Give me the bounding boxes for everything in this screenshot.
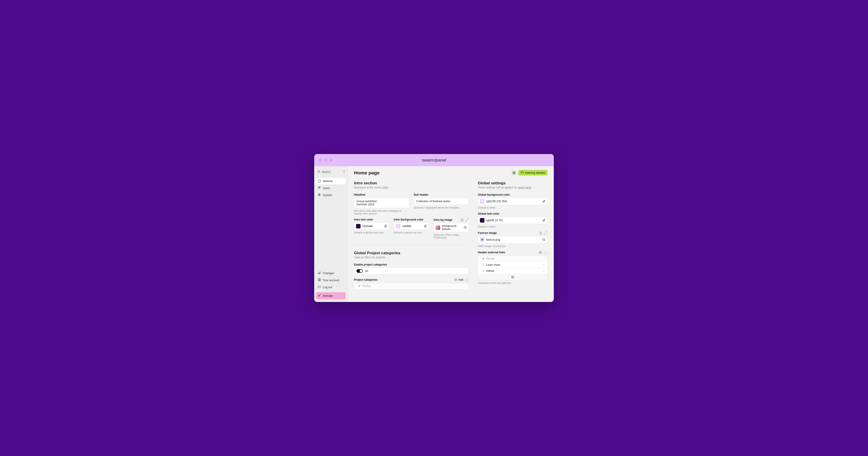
sidebar-search[interactable]: Search	[316, 169, 346, 175]
more-icon[interactable]: ⋯	[544, 251, 548, 254]
add-row-button[interactable]	[478, 274, 547, 280]
sidebar-item-account[interactable]: Your account	[316, 277, 346, 283]
sidebar-bottom: Changes Your account Log out Activate	[316, 270, 346, 299]
row-more-icon[interactable]: ⋯	[542, 263, 545, 266]
pencil-icon	[318, 271, 321, 275]
svg-point-13	[318, 295, 319, 296]
intro-text-color-input[interactable]: #2e0a4b	[354, 223, 389, 230]
section-subtitle: Displayed at the Home page	[354, 186, 469, 189]
sidebar-item-changes[interactable]: Changes	[316, 270, 346, 277]
categories-section: Global Project categories Used as filter…	[354, 251, 469, 289]
table-row[interactable]: 2 Github ⋯	[478, 268, 547, 274]
edit-icon[interactable]	[542, 219, 546, 222]
intro-bg-color-input[interactable]: #efd8fe	[394, 223, 429, 230]
categories-table: # Title	[354, 283, 469, 289]
app-window: swarm/panel Search Website	[314, 154, 554, 302]
subheader-input[interactable]: Collection of finished works	[414, 198, 469, 205]
edit-icon[interactable]	[542, 200, 546, 203]
settings-gear-button[interactable]	[512, 170, 517, 175]
row-index: 2	[480, 269, 486, 273]
global-bg-color-input[interactable]: rgb(239 216 254)	[478, 198, 548, 205]
sidebar-nav: Website Users System	[316, 178, 346, 198]
headline-input[interactable]: Group exhibition Summer 2025	[354, 198, 409, 208]
favicon-input[interactable]: W favicon.png	[478, 236, 548, 244]
home-icon	[318, 179, 321, 183]
subheader-field: Sub header Collection of finished works …	[414, 193, 469, 215]
headline-field: Headline Group exhibition Summer 2025 Ad…	[354, 193, 409, 215]
sidebar-item-users[interactable]: Users	[316, 185, 346, 191]
intro-bg-color-label: Intro background color	[394, 218, 429, 221]
favicon-helper: PNG image, 512x512px	[478, 245, 548, 248]
svg-line-1	[320, 172, 320, 173]
row-title: Learn more	[486, 263, 542, 266]
window-titlebar: swarm/panel	[314, 154, 554, 166]
activate-label: Activate	[323, 294, 333, 297]
intro-bg-image-helper: Optional / PNG image, 512x512px	[434, 233, 469, 239]
subheader-helper: Optional / Displayed below the headline	[414, 206, 469, 209]
sidebar-item-label: Log out	[323, 286, 332, 289]
search-icon	[317, 170, 320, 174]
window-title: swarm/panel	[314, 158, 554, 163]
links-label: Header external links	[478, 251, 505, 254]
col-title: Title	[486, 257, 545, 260]
remove-icon[interactable]	[542, 238, 546, 242]
svg-point-2	[318, 187, 320, 188]
sidebar-item-website[interactable]: Website	[316, 178, 346, 184]
sidebar-item-label: Users	[323, 187, 330, 190]
activate-button[interactable]: Activate	[316, 292, 346, 299]
edit-icon[interactable]	[384, 224, 387, 228]
intro-bg-color-helper: Default is global bg color	[394, 231, 429, 234]
sidebar-collapse-icon[interactable]	[342, 170, 346, 174]
color-value: #efd8fe	[402, 225, 422, 228]
subheader-label: Sub header	[414, 193, 469, 196]
svg-point-11	[319, 279, 320, 280]
global-text-color-helper: Default is black	[478, 225, 548, 228]
user-circle-icon	[318, 278, 321, 282]
image-filename: background-texture…	[442, 224, 462, 231]
remove-icon[interactable]	[464, 226, 467, 230]
svg-point-0	[318, 170, 320, 172]
intro-bg-image-input[interactable]: background-texture…	[434, 223, 469, 232]
global-bg-color-helper: Default is white	[478, 206, 548, 209]
indexing-badge[interactable]: Indexing allowed	[518, 170, 548, 175]
indexing-label: Indexing allowed	[525, 171, 545, 174]
expand-icon[interactable]	[465, 218, 469, 222]
favicon-filename: favicon.png	[486, 238, 540, 241]
sidebar-item-label: Website	[323, 179, 333, 183]
logout-icon	[318, 285, 321, 289]
row-title: Github	[486, 269, 542, 273]
search-placeholder: Search	[322, 170, 331, 173]
sidebar-item-label: Changes	[323, 272, 334, 275]
row-more-icon[interactable]: ⋯	[542, 269, 545, 273]
section-subtitle: These settings will be applied for every…	[478, 186, 548, 189]
intro-text-color-field: Intro text color #2e0a4b Default is glob…	[354, 218, 389, 239]
color-swatch	[396, 224, 400, 228]
upload-icon[interactable]	[539, 231, 542, 235]
enable-categories-toggle[interactable]: on	[354, 267, 469, 274]
intro-section: Intro section Displayed at the Home page…	[354, 181, 469, 239]
col-title: Title	[362, 285, 466, 288]
headline-helper: Add text to this field and save changes …	[354, 209, 409, 215]
intro-bg-image-field: Intro bg image background-texture…	[434, 218, 469, 239]
section-title: Global settings	[478, 181, 548, 186]
favicon-thumbnail: W	[480, 237, 485, 242]
col-index: #	[356, 285, 362, 288]
expand-icon[interactable]	[544, 231, 548, 235]
sidebar-item-logout[interactable]: Log out	[316, 284, 346, 290]
upload-icon[interactable]	[460, 218, 464, 222]
sidebar-item-system[interactable]: System	[316, 192, 346, 198]
image-thumbnail	[436, 225, 440, 230]
key-icon	[318, 294, 321, 298]
add-link-button[interactable]	[538, 251, 542, 254]
page-title: Home page	[354, 170, 379, 175]
color-swatch	[480, 199, 485, 204]
add-category-button[interactable]: Add	[454, 278, 463, 282]
table-row[interactable]: 1 Learn more ⋯	[478, 262, 547, 268]
more-icon[interactable]: ⋯	[465, 278, 469, 282]
global-section: Global settings These settings will be a…	[478, 181, 548, 284]
cloud-icon	[521, 171, 524, 175]
edit-icon[interactable]	[424, 224, 427, 228]
global-text-color-input[interactable]: rgb(46 10 75)	[478, 217, 548, 224]
enable-categories-label: Enable project categories	[354, 263, 469, 266]
sidebar-item-label: Your account	[323, 279, 339, 282]
